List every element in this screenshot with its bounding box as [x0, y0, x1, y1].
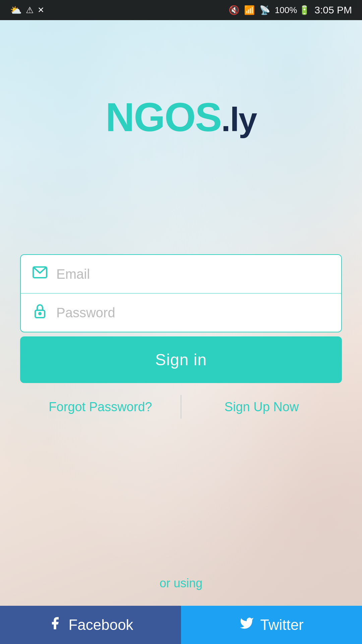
status-left-icons: ⛅ ⚠ ✕ — [10, 5, 44, 16]
status-time: 3:05 PM — [314, 4, 352, 16]
battery-percentage: 100% — [275, 5, 297, 15]
battery-icon: 🔋 — [299, 5, 310, 15]
weather-icon: ⛅ — [10, 5, 22, 16]
status-right-icons: 🔇 📶 📡 100% 🔋 3:05 PM — [229, 4, 352, 16]
email-row — [21, 255, 341, 293]
twitter-label: Twitter — [260, 616, 304, 633]
password-input[interactable] — [56, 305, 330, 320]
warning-icon: ⚠ — [26, 5, 34, 15]
forgot-password-link[interactable]: Forgot Password? — [20, 400, 181, 414]
logo-ngos: NGOS — [106, 95, 221, 140]
svg-point-2 — [39, 313, 41, 315]
password-row — [21, 293, 341, 332]
social-footer: Facebook Twitter — [0, 606, 362, 644]
login-form — [20, 254, 342, 332]
status-bar: ⛅ ⚠ ✕ 🔇 📶 📡 100% 🔋 3:05 PM — [0, 0, 362, 20]
main-content: NGOS.ly — [0, 20, 362, 644]
twitter-button[interactable]: Twitter — [181, 606, 362, 644]
or-using-text: or using — [160, 576, 202, 590]
mute-icon: 🔇 — [229, 5, 239, 15]
email-icon — [32, 264, 48, 284]
facebook-label: Facebook — [68, 616, 133, 633]
screen: ⛅ ⚠ ✕ 🔇 📶 📡 100% 🔋 3:05 PM NGOS.ly — [0, 0, 362, 644]
facebook-icon — [48, 615, 62, 635]
facebook-button[interactable]: Facebook — [0, 606, 181, 644]
logo-area: NGOS.ly — [106, 94, 257, 140]
lock-icon — [32, 303, 48, 322]
signup-link[interactable]: Sign Up Now — [181, 400, 342, 414]
logo-ly: .ly — [221, 101, 256, 138]
close-icon: ✕ — [38, 5, 44, 15]
app-logo: NGOS.ly — [106, 94, 257, 140]
signin-button[interactable]: Sign in — [20, 336, 342, 383]
email-input[interactable] — [56, 267, 330, 282]
wifi-icon: 📶 — [244, 5, 255, 15]
links-row: Forgot Password? Sign Up Now — [20, 395, 342, 419]
battery-indicator: 100% 🔋 — [275, 5, 310, 15]
signal-icon: 📡 — [259, 5, 270, 15]
twitter-icon — [239, 615, 254, 635]
